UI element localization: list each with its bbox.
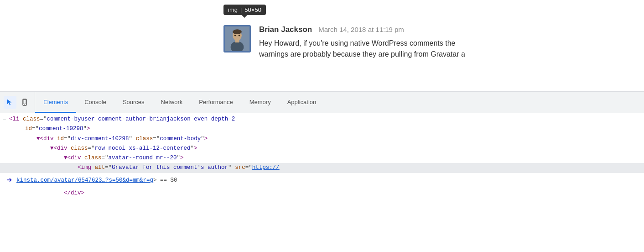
code-line-4: ▼<div class="row nocol xs-all-12-centere… — [0, 144, 644, 153]
tab-elements[interactable]: Elements — [35, 92, 76, 113]
tab-network[interactable]: Network — [153, 92, 191, 113]
device-icon — [21, 99, 28, 106]
comment-date: March 14, 2018 at 11:19 pm — [318, 26, 404, 33]
device-icon-btn[interactable] — [18, 96, 31, 109]
cursor-icon-btn[interactable] — [4, 96, 16, 109]
tab-memory[interactable]: Memory — [241, 92, 279, 113]
src-link-full[interactable]: kinsta.com/avatar/6547623…?s=50&d=mm&r=g — [16, 176, 153, 185]
tooltip-divider: | — [240, 6, 242, 13]
code-line-2: id="comment-10298"> — [0, 124, 644, 134]
webpage-area: img | 50×50 — [0, 0, 644, 91]
tab-sources[interactable]: Sources — [114, 92, 153, 113]
avatar-svg — [225, 25, 249, 52]
avatar-container — [223, 25, 251, 52]
comment-text-line1: Hey Howard, if you're using native WordP… — [259, 39, 456, 47]
svg-point-5 — [234, 35, 236, 37]
avatar-img — [223, 25, 251, 52]
cursor-icon — [6, 99, 14, 106]
devtools-tabs: Elements Console Sources Network Perform… — [35, 92, 644, 113]
tab-performance[interactable]: Performance — [191, 92, 241, 113]
arrow-icon: ➜ — [6, 173, 12, 189]
devtools-bar: Elements Console Sources Network Perform… — [0, 91, 644, 113]
src-link-partial[interactable]: https:// — [252, 163, 280, 173]
comment-content: Brian Jackson March 14, 2018 at 11:19 pm… — [259, 25, 644, 60]
comment-area: Brian Jackson March 14, 2018 at 11:19 pm… — [0, 0, 644, 60]
code-line-1: … <li class="comment-byuser comment-auth… — [0, 115, 644, 124]
svg-rect-8 — [23, 100, 26, 104]
comment-author-name: Brian Jackson — [259, 25, 312, 34]
svg-point-4 — [233, 29, 242, 34]
devtools-icons — [0, 92, 35, 113]
code-line-8: </div> — [0, 189, 644, 198]
svg-point-6 — [239, 35, 240, 37]
dots-indicator: … — [3, 115, 6, 123]
devtools-panel: … <li class="comment-byuser comment-auth… — [0, 113, 644, 200]
tab-application[interactable]: Application — [279, 92, 325, 113]
svg-point-2 — [231, 41, 244, 52]
comment-text-line2: warnings are probably because they are p… — [259, 50, 465, 58]
comment-author-line: Brian Jackson March 14, 2018 at 11:19 pm — [259, 25, 644, 34]
svg-point-9 — [24, 104, 25, 105]
tooltip-size: 50×50 — [244, 6, 261, 13]
code-line-7-arrow: ➜ kinsta.com/avatar/6547623…?s=50&d=mm&r… — [0, 173, 644, 189]
comment-text: Hey Howard, if you're using native WordP… — [259, 38, 644, 60]
tab-console[interactable]: Console — [76, 92, 114, 113]
tooltip-tag: img — [228, 6, 238, 13]
svg-rect-3 — [235, 39, 239, 42]
img-tooltip: img | 50×50 — [223, 5, 266, 15]
code-line-5: ▼<div class="avatar--round mr--20"> — [0, 153, 644, 163]
code-line-6: <img alt="Gravatar for this comment's au… — [0, 163, 644, 173]
code-line-3: ▼<div id="div-comment-10298" class="comm… — [0, 134, 644, 144]
